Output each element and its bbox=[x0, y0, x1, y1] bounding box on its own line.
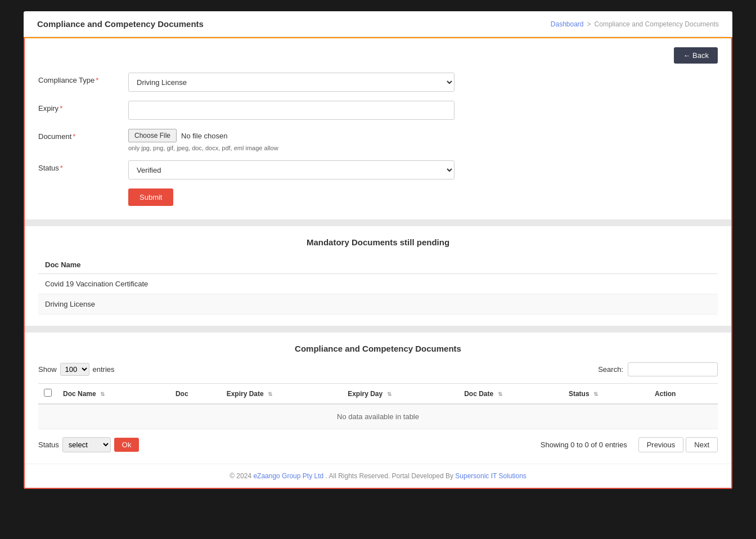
page-title: Compliance and Competency Documents bbox=[37, 19, 204, 29]
footer-rights: . All Rights Reserved. Portal Developed … bbox=[326, 472, 453, 480]
compliance-type-select[interactable]: Driving License Covid 19 Vaccination Cer… bbox=[128, 73, 454, 92]
show-label: Show bbox=[38, 365, 57, 374]
breadcrumb-separator: > bbox=[587, 20, 591, 28]
footer-developer-link[interactable]: Supersonic IT Solutions bbox=[455, 472, 526, 480]
select-all-th bbox=[38, 384, 57, 405]
col-doc: Doc bbox=[170, 384, 221, 405]
no-file-text: No file chosen bbox=[181, 132, 227, 140]
footer-copyright: © 2024 bbox=[230, 472, 251, 480]
col-docname: Doc Name ⇅ bbox=[57, 384, 170, 405]
pending-docs-table: Doc Name Covid 19 Vaccination Certificat… bbox=[38, 256, 718, 315]
showing-text: Showing 0 to 0 of 0 entries bbox=[541, 441, 627, 449]
compliance-type-field: Driving License Covid 19 Vaccination Cer… bbox=[128, 73, 454, 92]
breadcrumb-current: Compliance and Competency Documents bbox=[595, 20, 719, 28]
status-label: Status* bbox=[38, 160, 128, 172]
breadcrumb-home[interactable]: Dashboard bbox=[551, 20, 584, 28]
back-button[interactable]: ← Back bbox=[674, 47, 718, 64]
no-data-row: No data available in table bbox=[38, 404, 718, 429]
list-item: Driving License bbox=[38, 294, 718, 315]
col-action: Action bbox=[649, 384, 718, 405]
expiry-field: 27-02-2026 bbox=[128, 101, 454, 120]
search-input[interactable] bbox=[628, 362, 718, 376]
file-hint: only jpg, png, gif, jpeg, doc, docx, pdf… bbox=[128, 145, 454, 151]
col-expiry-date: Expiry Date ⇅ bbox=[221, 384, 343, 405]
status-filter-select[interactable]: select Verified Pending Rejected bbox=[62, 437, 111, 452]
search-label: Search: bbox=[598, 365, 623, 374]
footer-company-link[interactable]: eZaango Group Pty Ltd bbox=[253, 472, 323, 480]
show-entries-select[interactable]: 10 25 50 100 bbox=[60, 363, 89, 376]
no-data-text: No data available in table bbox=[38, 404, 718, 429]
pending-col-docname: Doc Name bbox=[38, 256, 718, 274]
status-field: Verified Pending Rejected bbox=[128, 160, 454, 179]
section-separator-2 bbox=[25, 326, 731, 333]
pagination-buttons: Previous Next bbox=[638, 437, 718, 452]
status-filter: Status select Verified Pending Rejected … bbox=[38, 437, 139, 452]
status-filter-label: Status bbox=[38, 441, 59, 449]
select-all-checkbox[interactable] bbox=[44, 389, 52, 397]
submit-button[interactable]: Submit bbox=[128, 188, 173, 206]
previous-button[interactable]: Previous bbox=[638, 437, 684, 452]
expiry-input[interactable]: 27-02-2026 bbox=[128, 101, 454, 120]
entries-label: entries bbox=[93, 365, 115, 374]
compliance-section-title: Compliance and Competency Documents bbox=[38, 344, 718, 353]
col-status: Status ⇅ bbox=[563, 384, 649, 405]
pending-section-title: Mandatory Documents still pending bbox=[38, 237, 718, 247]
col-doc-date: Doc Date ⇅ bbox=[458, 384, 563, 405]
page-footer: © 2024 eZaango Group Pty Ltd . All Right… bbox=[25, 464, 731, 488]
compliance-docs-table: Doc Name ⇅ Doc Expiry Date ⇅ Expiry Day … bbox=[38, 383, 718, 429]
breadcrumb: Dashboard > Compliance and Competency Do… bbox=[551, 20, 719, 28]
col-expiry-day: Expiry Day ⇅ bbox=[342, 384, 458, 405]
choose-file-button[interactable]: Choose File bbox=[128, 129, 177, 142]
document-field: Choose File No file chosen only jpg, png… bbox=[128, 129, 454, 151]
document-label: Document* bbox=[38, 129, 128, 141]
expiry-label: Expiry* bbox=[38, 101, 128, 113]
next-button[interactable]: Next bbox=[686, 437, 718, 452]
status-select[interactable]: Verified Pending Rejected bbox=[128, 160, 454, 179]
compliance-type-label: Compliance Type* bbox=[38, 73, 128, 84]
ok-button[interactable]: Ok bbox=[114, 438, 140, 452]
list-item: Covid 19 Vaccination Certificate bbox=[38, 274, 718, 294]
section-separator bbox=[25, 219, 731, 226]
